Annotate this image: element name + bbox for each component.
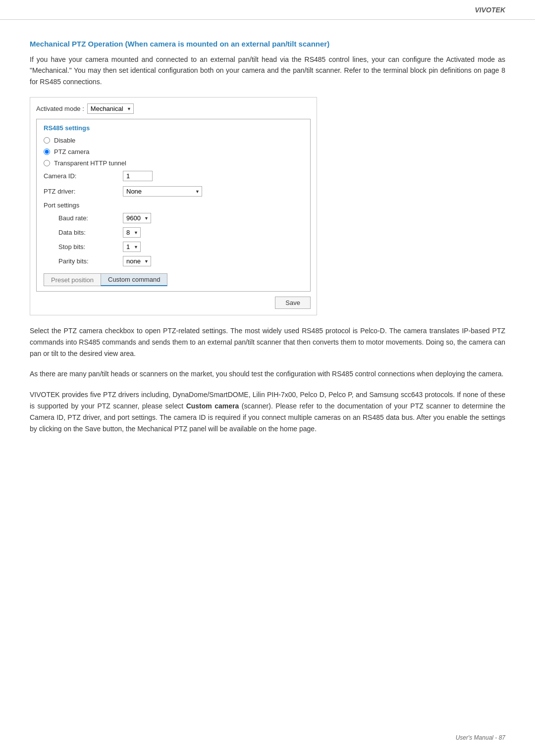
header-bar: VIVOTEK bbox=[0, 0, 535, 20]
footer-text: User's Manual - 87 bbox=[456, 734, 505, 741]
save-row: Save bbox=[36, 297, 311, 309]
stop-bits-select-wrapper[interactable]: 1 bbox=[123, 242, 141, 252]
rs485-title: RS485 settings bbox=[44, 124, 303, 132]
radio-disable-label: Disable bbox=[54, 137, 75, 144]
save-button[interactable]: Save bbox=[275, 297, 311, 309]
vivotek-logo: VIVOTEK bbox=[475, 6, 505, 14]
parity-bits-row: Parity bits: none bbox=[58, 256, 303, 266]
radio-disable-row: Disable bbox=[44, 137, 303, 144]
paragraph-2: As there are many pan/tilt heads or scan… bbox=[30, 368, 505, 380]
data-bits-select-wrapper[interactable]: 8 bbox=[123, 227, 141, 238]
rs485-section: RS485 settings Disable PTZ camera Transp… bbox=[36, 119, 311, 292]
radio-ptz-camera[interactable] bbox=[44, 149, 50, 155]
port-fields: Baud rate: 9600 Data bits: 8 bbox=[44, 213, 303, 266]
intro-text: If you have your camera mounted and conn… bbox=[30, 54, 505, 87]
paragraph-1: Select the PTZ camera checkbox to open P… bbox=[30, 325, 505, 359]
radio-disable[interactable] bbox=[44, 137, 50, 144]
parity-bits-select-wrapper[interactable]: none bbox=[123, 256, 151, 266]
stop-bits-label: Stop bits: bbox=[58, 243, 123, 251]
radio-tunnel-row: Transparent HTTP tunnel bbox=[44, 159, 303, 167]
section-title: Mechanical PTZ Operation (When camera is… bbox=[30, 40, 505, 48]
radio-ptz-camera-label: PTZ camera bbox=[54, 148, 90, 155]
radio-transparent-tunnel[interactable] bbox=[44, 160, 50, 166]
camera-id-label: Camera ID: bbox=[44, 172, 123, 180]
stop-bits-select[interactable]: 1 bbox=[123, 242, 141, 252]
activated-mode-label: Activated mode : bbox=[36, 105, 84, 112]
activated-mode-row: Activated mode : Mechanical bbox=[36, 103, 311, 114]
ptz-driver-row: PTZ driver: None bbox=[44, 186, 303, 197]
preset-position-tab[interactable]: Preset position bbox=[44, 273, 101, 286]
camera-id-input[interactable] bbox=[123, 171, 153, 181]
port-settings-label: Port settings bbox=[44, 202, 303, 209]
config-panel: Activated mode : Mechanical RS485 settin… bbox=[30, 97, 317, 315]
ptz-driver-select[interactable]: None bbox=[123, 186, 202, 197]
paragraph-3: VIVOTEK provides five PTZ drivers includ… bbox=[30, 389, 505, 435]
data-bits-label: Data bits: bbox=[58, 229, 123, 236]
baud-rate-row: Baud rate: 9600 bbox=[58, 213, 303, 223]
para3-bold: Custom camera bbox=[186, 402, 239, 410]
ptz-driver-label: PTZ driver: bbox=[44, 188, 123, 195]
parity-bits-label: Parity bits: bbox=[58, 257, 123, 265]
radio-ptz-row: PTZ camera bbox=[44, 148, 303, 155]
stop-bits-row: Stop bits: 1 bbox=[58, 242, 303, 252]
activated-mode-select[interactable]: Mechanical bbox=[87, 103, 134, 114]
tabs-row: Preset position Custom command bbox=[44, 273, 303, 286]
radio-transparent-tunnel-label: Transparent HTTP tunnel bbox=[54, 159, 126, 167]
data-bits-select[interactable]: 8 bbox=[123, 227, 141, 238]
baud-rate-label: Baud rate: bbox=[58, 214, 123, 222]
parity-bits-select[interactable]: none bbox=[123, 256, 151, 266]
data-bits-row: Data bits: 8 bbox=[58, 227, 303, 238]
baud-rate-select-wrapper[interactable]: 9600 bbox=[123, 213, 151, 223]
camera-id-row: Camera ID: bbox=[44, 171, 303, 181]
custom-command-tab[interactable]: Custom command bbox=[101, 273, 167, 286]
activated-mode-select-wrapper[interactable]: Mechanical bbox=[87, 103, 134, 114]
baud-rate-select[interactable]: 9600 bbox=[123, 213, 151, 223]
ptz-driver-select-wrapper[interactable]: None bbox=[123, 186, 202, 197]
